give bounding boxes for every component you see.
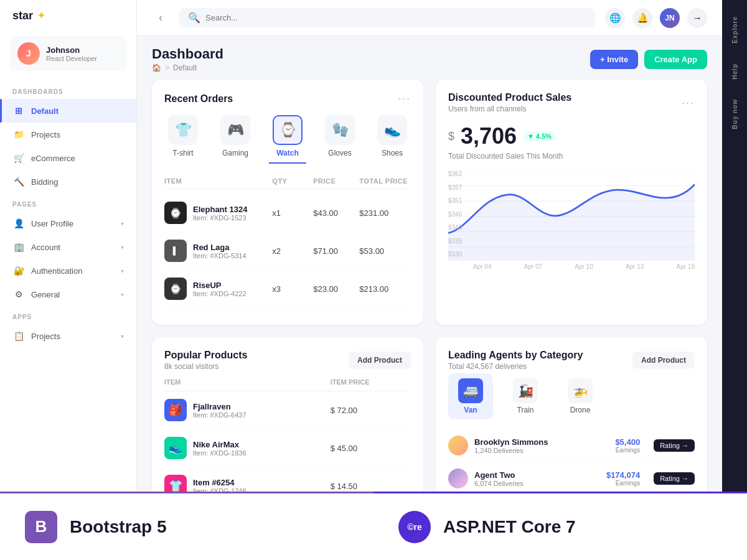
sidebar-item-label: Authentication (31, 266, 82, 276)
discount-sales-card: Discounted Product Sales Users from all … (436, 80, 707, 325)
tab-tshirt[interactable]: 👕 T-shirt (164, 115, 202, 164)
x-label: Apr 18 (677, 263, 695, 270)
order-tabs: 👕 T-shirt 🎮 Gaming ⌚ Watch 🧤 Gloves 👟 (164, 115, 411, 164)
sidebar-item-projects[interactable]: 📁 Projects (0, 123, 136, 146)
agents-tabs: 🚐 Van 🚂 Train 🚁 Drone (448, 373, 695, 419)
train-icon: 🚂 (513, 378, 538, 403)
earnings-label: Earnings (615, 447, 640, 454)
tab-van[interactable]: 🚐 Van (448, 373, 493, 419)
user-icon: 👤 (12, 217, 25, 230)
popular-products-header: Popular Products 8k social visitors Add … (164, 350, 411, 371)
card-menu-icon[interactable]: ··· (682, 96, 695, 110)
x-label: Apr 07 (524, 263, 542, 270)
recent-orders-title-area: Recent Orders (164, 93, 233, 105)
item-price: $ 72.00 (331, 406, 411, 415)
rating-button[interactable]: Rating → (654, 439, 695, 452)
order-table-header: ITEM QTY PRICE TOTAL PRICE (164, 174, 411, 189)
explore-item[interactable]: Explore (726, 6, 743, 54)
y-label: $357 (448, 184, 471, 191)
item-name: Nike AirMax (193, 440, 247, 449)
arrow-right-icon[interactable]: → (687, 8, 707, 28)
user-info: Johnson React Developer (46, 45, 97, 62)
lock-icon: 🔐 (12, 264, 25, 277)
tab-drone-label: Drone (570, 406, 591, 414)
help-item[interactable]: Help (726, 54, 743, 90)
item-name: Item #6254 (193, 478, 247, 487)
aspnet-banner: ©re ASP.NET Core 7 (374, 492, 747, 560)
globe-icon[interactable]: 🌐 (605, 8, 625, 28)
item-id: Item: #XDG-1836 (193, 449, 247, 457)
item-qty: x3 (272, 284, 308, 294)
y-label: $340 (448, 224, 471, 231)
sidebar-item-general[interactable]: ⚙ General ▾ (0, 282, 136, 306)
y-label: $346 (448, 211, 471, 218)
search-box[interactable]: 🔍 (179, 8, 595, 27)
tab-shoes-label: Shoes (382, 149, 403, 157)
agent-earnings-area: $174,074 Earnings (606, 470, 640, 487)
logo: star ✦ (0, 0, 136, 31)
tab-train[interactable]: 🚂 Train (503, 373, 548, 419)
y-label: $335 (448, 238, 471, 245)
agent-avatar (448, 469, 468, 488)
sidebar-item-account[interactable]: 🏢 Account ▾ (0, 235, 136, 259)
add-product-button[interactable]: Add Product (349, 352, 411, 369)
tab-drone[interactable]: 🚁 Drone (558, 373, 603, 419)
product-row: 👟 Nike AirMax Item: #XDG-1836 $ 45.00 (164, 429, 411, 467)
sidebar-item-label: Bidding (31, 177, 58, 187)
sidebar-item-label: Account (31, 243, 60, 252)
x-label: Apr 10 (575, 263, 593, 270)
popular-products-subtitle: 8k social visitors (164, 362, 247, 371)
user-profile-card[interactable]: J Johnson React Developer (10, 36, 126, 71)
tab-gaming-label: Gaming (222, 149, 248, 157)
item-id: Item: #XDG-4222 (193, 290, 247, 297)
sidebar-item-projects-app[interactable]: 📋 Projects ▾ (0, 324, 136, 348)
agent-earnings: $174,074 (606, 470, 640, 480)
item-image: 🎒 (164, 399, 187, 421)
invite-button[interactable]: + Invite (590, 50, 638, 69)
leading-agents-title: Leading Agents by Category (448, 350, 583, 361)
sidebar-item-default[interactable]: ⊞ Default (0, 99, 136, 123)
add-product-button-2[interactable]: Add Product (632, 352, 695, 369)
topbar-avatar[interactable]: JN (660, 8, 680, 28)
van-icon: 🚐 (458, 378, 483, 403)
item-id: Item: #XDG-5314 (193, 252, 247, 259)
sidebar-item-user-profile[interactable]: 👤 User Profile ▾ (0, 212, 136, 235)
big-stat: $ 3,706 ▼ 4.5% (448, 123, 695, 149)
section-label-pages: PAGES (0, 194, 136, 212)
tab-gaming[interactable]: 🎮 Gaming (217, 115, 254, 164)
card-menu-icon[interactable]: ··· (398, 92, 411, 105)
item-image: ⌚ (164, 278, 187, 300)
user-name: Johnson (46, 45, 97, 55)
create-app-button[interactable]: Create App (644, 50, 707, 69)
sidebar-item-ecommerce[interactable]: 🛒 eCommerce (0, 146, 136, 170)
sidebar-item-authentication[interactable]: 🔐 Authentication ▾ (0, 259, 136, 282)
tab-van-label: Van (464, 406, 477, 414)
collapse-sidebar-button[interactable]: ‹ (152, 9, 169, 27)
chart-area: $362 $357 $351 $346 $340 $335 $330 (448, 170, 695, 270)
item-price: $ 14.50 (331, 482, 411, 491)
chevron-down-icon: ▾ (121, 333, 124, 340)
logo-text: star (12, 9, 33, 22)
item-info: ▌ Red Laga Item: #XDG-5314 (164, 240, 267, 262)
earnings-label: Earnings (606, 480, 640, 487)
sidebar-item-bidding[interactable]: 🔨 Bidding (0, 170, 136, 194)
tab-watch[interactable]: ⌚ Watch (269, 115, 306, 164)
bootstrap-icon: B (25, 511, 57, 543)
building-icon: 🏢 (12, 241, 25, 253)
notification-icon[interactable]: 🔔 (632, 8, 652, 28)
rating-button[interactable]: Rating → (654, 472, 695, 485)
gaming-icon: 🎮 (220, 115, 250, 145)
sidebar-item-label: Projects (31, 332, 60, 341)
buy-now-item[interactable]: Buy now (726, 89, 743, 139)
y-label: $351 (448, 197, 471, 204)
hammer-icon: 🔨 (12, 175, 25, 188)
search-input[interactable] (205, 13, 586, 22)
banner-overlay: B Bootstrap 5 ©re ASP.NET Core 7 (0, 492, 747, 560)
chevron-down-icon: ▾ (121, 291, 124, 298)
tab-gloves[interactable]: 🧤 Gloves (321, 115, 359, 164)
tab-shoes[interactable]: 👟 Shoes (374, 115, 411, 164)
item-price: $23.00 (313, 284, 354, 294)
popular-products-title: Popular Products (164, 350, 247, 361)
logo-star: ✦ (37, 9, 46, 22)
agent-info: Brooklyn Simmons 1,240 Deliveries (474, 437, 548, 454)
